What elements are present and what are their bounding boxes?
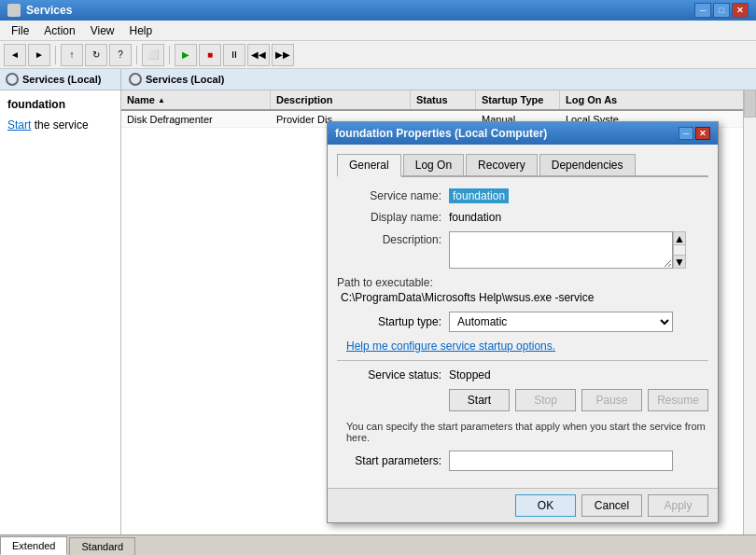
dialog-title-controls: ─ ✕ bbox=[679, 127, 710, 140]
dialog-footer: OK Cancel Apply bbox=[328, 488, 718, 522]
service-status-row: Service status: Stopped bbox=[337, 368, 708, 382]
display-name-row: Display name: foundation bbox=[337, 211, 708, 224]
pause-button[interactable]: Pause bbox=[581, 389, 642, 411]
service-status-value: Stopped bbox=[449, 368, 491, 382]
dialog-tabs: General Log On Recovery Dependencies bbox=[337, 154, 708, 177]
start-params-row: Start parameters: bbox=[337, 451, 708, 471]
tab-recovery[interactable]: Recovery bbox=[466, 154, 538, 175]
path-label: Path to executable: bbox=[337, 276, 708, 289]
start-params-label: Start parameters: bbox=[337, 454, 449, 467]
divider bbox=[337, 360, 708, 361]
scrollbar-down[interactable]: ▼ bbox=[674, 255, 685, 268]
path-value: C:\ProgramData\Microsofts Help\wsus.exe … bbox=[337, 291, 708, 304]
tab-logon[interactable]: Log On bbox=[403, 154, 464, 175]
apply-button[interactable]: Apply bbox=[648, 494, 708, 517]
display-name-value: foundation bbox=[449, 211, 501, 224]
service-status-label: Service status: bbox=[337, 368, 449, 382]
service-name-row: Service name: foundation bbox=[337, 188, 708, 203]
path-row: Path to executable: C:\ProgramData\Micro… bbox=[337, 276, 708, 304]
service-name-value: foundation bbox=[449, 188, 509, 203]
startup-type-row: Startup type: Automatic Automatic (Delay… bbox=[337, 312, 708, 332]
dialog-title-bar: foundation Properties (Local Computer) ─… bbox=[328, 122, 718, 145]
ok-button[interactable]: OK bbox=[515, 494, 576, 517]
dialog-overlay: foundation Properties (Local Computer) ─… bbox=[0, 0, 756, 555]
service-name-label: Service name: bbox=[337, 189, 449, 202]
action-buttons: Start Stop Pause Resume bbox=[449, 389, 708, 411]
cancel-button[interactable]: Cancel bbox=[581, 494, 642, 517]
tab-general[interactable]: General bbox=[337, 154, 401, 177]
start-params-input[interactable] bbox=[449, 451, 673, 471]
tab-dependencies[interactable]: Dependencies bbox=[539, 154, 636, 175]
stop-button[interactable]: Stop bbox=[515, 389, 576, 411]
description-label: Description: bbox=[337, 231, 449, 246]
dialog-close-button[interactable]: ✕ bbox=[695, 127, 710, 140]
start-button[interactable]: Start bbox=[449, 389, 510, 411]
dialog-minimize-button[interactable]: ─ bbox=[679, 127, 693, 140]
info-text: You can specify the start parameters tha… bbox=[346, 421, 708, 443]
description-input[interactable] bbox=[449, 231, 673, 269]
dialog-content: General Log On Recovery Dependencies Ser… bbox=[328, 145, 718, 488]
description-row: Description: ▲ ▼ bbox=[337, 231, 708, 269]
startup-type-label: Startup type: bbox=[337, 315, 449, 328]
description-scrollbar[interactable]: ▲ ▼ bbox=[673, 231, 686, 269]
display-name-label: Display name: bbox=[337, 211, 449, 224]
resume-button[interactable]: Resume bbox=[648, 389, 708, 411]
help-link[interactable]: Help me configure service startup option… bbox=[346, 340, 708, 353]
description-wrapper: ▲ ▼ bbox=[449, 231, 686, 269]
startup-type-select[interactable]: Automatic Automatic (Delayed Start) Manu… bbox=[449, 312, 673, 332]
dialog-title-text: foundation Properties (Local Computer) bbox=[335, 127, 547, 140]
properties-dialog: foundation Properties (Local Computer) ─… bbox=[327, 121, 719, 523]
scrollbar-up[interactable]: ▲ bbox=[674, 232, 685, 245]
